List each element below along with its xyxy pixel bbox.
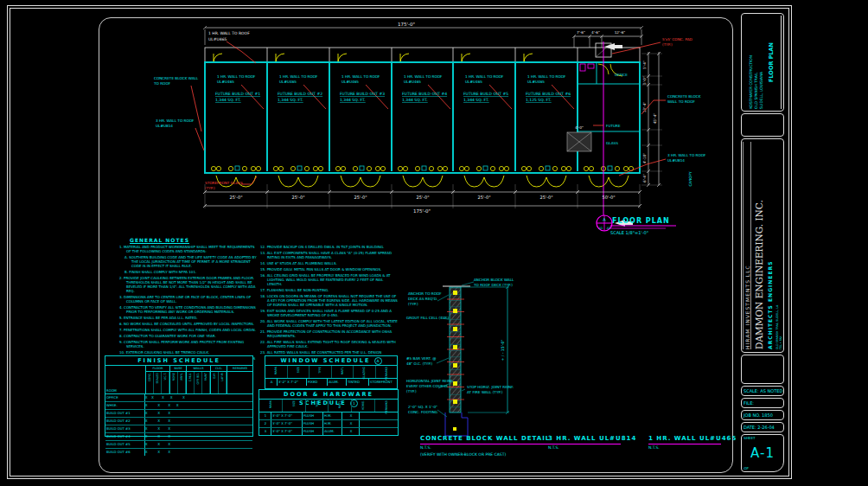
dim-ramp: 4'-0"	[575, 125, 584, 130]
general-note: 21. PROVIDE PROTECTION OF CONSTRUCTION I…	[260, 329, 399, 338]
dim-bay-3: 25'-0"	[354, 195, 367, 200]
firm-disciplines: ARCHITECTS ENGINEERS	[767, 142, 773, 349]
general-note: 10. EXTERIOR CAULKING SHALL BE TREMCO CA…	[119, 350, 258, 355]
svg-text:UL#U465: UL#U465	[404, 80, 421, 84]
general-note: 1. MATERIAL AND PRODUCT WORKMANSHIP SHAL…	[119, 245, 258, 253]
svg-text:HORIZONTAL JOINT REINF.: HORIZONTAL JOINT REINF.	[406, 379, 453, 383]
plan-title: FLOOR PLAN	[612, 217, 670, 225]
ramp-hatch	[567, 132, 591, 151]
svg-text:UL#U465: UL#U465	[527, 80, 545, 84]
dim-right-1: 5'-4"	[642, 61, 647, 69]
svg-text:1 HR. WALL TO ROOF: 1 HR. WALL TO ROOF	[341, 74, 380, 79]
plan-scale: SCALE 1/8"=1'-0"	[610, 230, 648, 235]
dim-office-2: 4'-6"	[591, 30, 600, 35]
svg-text:FUTURE BUILD OUT #5: FUTURE BUILD OUT #5	[463, 92, 508, 96]
window-schedule-title: WINDOW SCHEDULE	[280, 357, 370, 364]
dim-bay-6: 25'-0"	[539, 195, 552, 200]
svg-text:UL#U814: UL#U814	[156, 124, 173, 128]
svg-text:AT FIRE WALL (TYP.): AT FIRE WALL (TYP.)	[467, 390, 503, 394]
wall3-caption: 3 HR. WALL UL#U814	[548, 435, 636, 442]
unit-labels: 1 HR. WALL TO ROOFUL#U465 FUTURE BUILD O…	[215, 74, 571, 102]
general-note: 4. CONTRACTOR TO VERIFY ALL SITE CONDITI…	[119, 305, 258, 314]
section-letter: A	[603, 217, 606, 222]
storefront-glazing	[211, 166, 633, 171]
project-line: OLD SPANISH TRAIL	[754, 16, 758, 109]
svg-text:UL#U465: UL#U465	[279, 80, 297, 84]
general-note: 17. FLASHING SHALL BE NON-RUSTING.	[260, 288, 399, 292]
svg-text:(TYP.): (TYP.)	[408, 302, 418, 306]
door-schedule: DOOR & HARDWARE SCHEDULE 1 MARK SIZE TYP…	[258, 389, 399, 436]
general-note: 7. PENETRATIONS SHALL COMPLY WITH ALL FI…	[119, 328, 258, 332]
svg-text:#5 BAR VERT. @: #5 BAR VERT. @	[406, 356, 437, 361]
dim-office-1: 7'-6"	[577, 30, 585, 35]
dim-bay-1: 25'-0"	[229, 195, 242, 200]
sheet-number: A-1	[742, 445, 783, 461]
svg-text:STOP HORIZ. JOINT REINF.: STOP HORIZ. JOINT REINF.	[467, 385, 514, 389]
section-sheet-left: A1	[599, 227, 603, 230]
titleblock-job: JOB NO. 1850	[741, 410, 784, 420]
general-note: 14. USE 6" STUDS AT ALL PLUMBING WALLS.	[260, 261, 399, 265]
svg-text:FUTURE BUILD OUT #1: FUTURE BUILD OUT #1	[215, 92, 260, 96]
svg-text:+ / - 15'-0": + / - 15'-0"	[501, 340, 505, 361]
dim-right-4: 4'-10"	[642, 153, 647, 164]
general-note: B. FINISH SHALL COMPLY WITH NFPA 101.	[119, 270, 258, 274]
svg-text:UL#U465: UL#U465	[341, 80, 359, 84]
svg-text:1,125 SQ. FT.: 1,125 SQ. FT.	[526, 98, 552, 102]
svg-text:1 HR. WALL TO ROOF: 1 HR. WALL TO ROOF	[465, 74, 504, 79]
svg-text:1,344 SQ. FT.: 1,344 SQ. FT.	[215, 98, 241, 102]
cmu-right-label: CONCRETE BLOCK	[667, 94, 701, 99]
svg-text:FUTURE BUILD OUT #4: FUTURE BUILD OUT #4	[402, 92, 447, 96]
general-note: 19. EXIT SIGNS AND DEVICES SHALL HAVE A …	[260, 309, 399, 317]
general-notes-col2: 12. PROVIDE BACKUP ON 4 DRILLED DWLS. IN…	[260, 245, 399, 374]
general-note: 6. NO WORK SHALL BE CONCEALED UNTIL APPR…	[119, 322, 258, 326]
titleblock-empty-box-2	[741, 355, 784, 384]
general-note: 22. ALL FIRE WALLS SHALL EXTEND TIGHT TO…	[260, 340, 399, 349]
finish-schedule-title: FINISH SCHEDULE	[105, 356, 252, 366]
svg-text:1,344 SQ. FT.: 1,344 SQ. FT.	[402, 98, 428, 102]
svg-text:UL#U814: UL#U814	[667, 158, 685, 163]
general-note: A. SOUTHERN BUILDING CODE AND THE LIFE S…	[119, 255, 258, 268]
svg-text:EVERY OTHER COURSE: EVERY OTHER COURSE	[406, 384, 448, 388]
cad-sheet: { "sheet": { "plan_title": "FLOOR PLAN",…	[0, 0, 868, 486]
detail-dimension: + / - 15'-0"	[461, 285, 509, 414]
section-marker: A A1 A3	[597, 215, 612, 231]
general-notes-title: GENERAL NOTES	[130, 237, 189, 243]
dim-bay-7: 50'-0"	[602, 195, 615, 200]
wall3hr-left-label: 3 HR. WALL TO ROOF	[156, 118, 195, 123]
window-schedule: WINDOW SCHEDULE A MARK SIZE TYPE MAT'L G…	[265, 355, 398, 389]
svg-text:1,344 SQ. FT.: 1,344 SQ. FT.	[278, 98, 303, 102]
svg-text:48" O.C. (TYP.): 48" O.C. (TYP.)	[406, 361, 433, 366]
svg-text:CONC. FOOTING: CONC. FOOTING	[408, 410, 437, 414]
wall3hr-right-label: 3 HR. WALL TO ROOF	[667, 153, 706, 157]
svg-text:DECK AS REQ'D.: DECK AS REQ'D.	[408, 297, 437, 301]
general-note: 8. CONTRACTOR TO GUARANTEE WORK FOR ONE …	[119, 334, 258, 338]
detail-caption: CONCRETE BLOCK WALL DETAIL	[420, 435, 550, 442]
svg-text:GROUT FILL CELL (TYP.): GROUT FILL CELL (TYP.)	[406, 316, 450, 320]
svg-text:1,344 SQ. FT.: 1,344 SQ. FT.	[340, 98, 366, 102]
svg-text:ANCHOR TO ROOF: ANCHOR TO ROOF	[408, 291, 442, 296]
svg-text:TO ROOF: TO ROOF	[153, 81, 171, 86]
svg-text:FUTURE BUILD OUT #3: FUTURE BUILD OUT #3	[340, 92, 385, 96]
titleblock-scale: SCALE: AS NOTED	[741, 386, 784, 396]
top-wall-label: 1 HR. WALL TO ROOF	[208, 31, 250, 35]
general-note: 20. ALL WORK SHALL COMPLY WITH THE LATES…	[260, 319, 399, 328]
wall1-caption: 1 HR. WALL UL#U465	[648, 435, 737, 442]
project-line: SLIDELL, LOUISIANA	[759, 16, 763, 109]
general-note: 16. ALL CEILING GRID SHALL BE PROPERLY B…	[260, 273, 399, 286]
rear-door-swings	[214, 54, 533, 62]
dim-right-5: 6'-4"	[642, 174, 647, 182]
canopy-label: CANOPY	[688, 171, 692, 187]
svg-text:(TYP.): (TYP.)	[406, 389, 417, 393]
of-word: OF	[744, 466, 749, 470]
svg-text:WALL TO ROOF: WALL TO ROOF	[667, 99, 695, 104]
general-note: 12. PROVIDE BACKUP ON 4 DRILLED DWLS. IN…	[260, 245, 399, 249]
cmu-left-label: CONCRETE BLOCK WALL	[154, 76, 199, 80]
svg-text:(TYP.): (TYP.)	[205, 186, 215, 190]
footing-outline	[445, 412, 468, 436]
titleblock-sheet-box: SHEET A-1 OF	[741, 434, 784, 472]
future-label: FUTURE	[606, 124, 621, 128]
dim-bay-2: 25'-0"	[291, 195, 304, 200]
owner-name: HIRAM INVESTMENTS LLC	[743, 142, 751, 349]
firm-phone: TEL • FAX	[779, 142, 782, 349]
general-note: 3. DIMENSIONS ARE TO CENTER LINE OR FACE…	[119, 295, 258, 304]
